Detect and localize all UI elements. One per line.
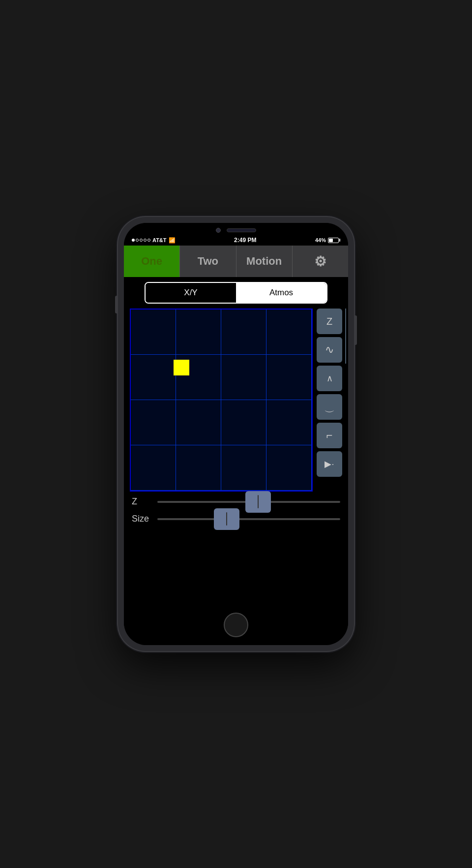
signal-dot-4 bbox=[144, 239, 147, 242]
signal-dots bbox=[132, 239, 150, 242]
grid-cell bbox=[266, 355, 312, 400]
z-slider-label: Z bbox=[132, 496, 151, 507]
up-button[interactable]: ∧ bbox=[317, 366, 342, 391]
z-slider-track[interactable] bbox=[157, 501, 340, 503]
sub-tab-atmos[interactable]: Atmos bbox=[236, 283, 326, 303]
corner-icon: ⌐ bbox=[326, 429, 333, 442]
size-slider-track[interactable] bbox=[157, 518, 340, 520]
camera-dot bbox=[216, 228, 221, 233]
status-time: 2:49 PM bbox=[234, 237, 256, 244]
main-content: X/Y Atmos bbox=[124, 277, 348, 608]
curve-icon: ∿ bbox=[325, 343, 334, 356]
sub-tab-bar: X/Y Atmos bbox=[145, 282, 327, 304]
grid-cell bbox=[176, 310, 221, 355]
grid-cell bbox=[176, 400, 221, 445]
status-right: 44% bbox=[315, 237, 340, 243]
battery-body bbox=[328, 238, 339, 243]
z-slider-thumb[interactable] bbox=[245, 491, 271, 513]
sidebar-buttons: Z ∿ ∧ ⌒ ⌐ ▶· bbox=[317, 309, 342, 477]
grid-cell bbox=[266, 400, 312, 445]
tab-one[interactable]: One bbox=[124, 246, 180, 277]
size-slider-row: Size bbox=[132, 514, 340, 524]
sliders-area: Z Size bbox=[130, 496, 342, 524]
z-button[interactable]: Z bbox=[317, 309, 342, 334]
grid-cell bbox=[221, 400, 266, 445]
grid-cell bbox=[266, 445, 312, 491]
grid-cell bbox=[221, 445, 266, 491]
phone-screen: AT&T 📶 2:49 PM 44% One Two bbox=[124, 223, 348, 645]
status-bar: AT&T 📶 2:49 PM 44% bbox=[124, 235, 348, 246]
grid-cell bbox=[131, 445, 176, 491]
sub-tab-xy[interactable]: X/Y bbox=[146, 283, 236, 303]
size-slider-label: Size bbox=[132, 514, 151, 524]
xy-grid[interactable] bbox=[130, 309, 313, 492]
camera-area bbox=[216, 228, 256, 233]
grid-cell bbox=[266, 310, 312, 355]
battery-fill bbox=[329, 239, 333, 242]
play-icon: ▶· bbox=[324, 459, 334, 469]
top-bar bbox=[124, 223, 348, 235]
tab-two[interactable]: Two bbox=[180, 246, 236, 277]
play-button[interactable]: ▶· bbox=[317, 451, 342, 477]
arc-button[interactable]: ⌒ bbox=[317, 394, 342, 420]
battery-pct-label: 44% bbox=[315, 237, 326, 243]
tab-settings[interactable]: ⚙ bbox=[293, 246, 348, 277]
signal-dot-1 bbox=[132, 239, 135, 242]
grid-cell bbox=[131, 310, 176, 355]
z-slider-row: Z bbox=[132, 496, 340, 507]
grid-cell bbox=[221, 355, 266, 400]
grid-cell bbox=[131, 400, 176, 445]
size-slider-thumb[interactable] bbox=[214, 508, 239, 530]
arc-icon: ⌒ bbox=[324, 400, 335, 414]
carrier-label: AT&T bbox=[152, 237, 167, 243]
speaker-grille bbox=[227, 228, 256, 232]
tab-bar: One Two Motion ⚙ bbox=[124, 246, 348, 277]
gear-icon: ⚙ bbox=[314, 253, 326, 270]
grid-lines bbox=[131, 310, 312, 491]
grid-cell bbox=[131, 355, 176, 400]
status-left: AT&T 📶 bbox=[132, 237, 176, 244]
signal-dot-3 bbox=[140, 239, 143, 242]
curve-button[interactable]: ∿ bbox=[317, 337, 342, 363]
tab-motion[interactable]: Motion bbox=[236, 246, 293, 277]
home-button-area bbox=[124, 608, 348, 645]
corner-button[interactable]: ⌐ bbox=[317, 423, 342, 448]
grid-cell bbox=[221, 310, 266, 355]
signal-dot-5 bbox=[148, 239, 150, 242]
signal-dot-2 bbox=[136, 239, 139, 242]
home-button[interactable] bbox=[224, 613, 248, 637]
grid-area-row: Z ∿ ∧ ⌒ ⌐ ▶· bbox=[130, 309, 342, 492]
grid-cell bbox=[176, 445, 221, 491]
wifi-icon: 📶 bbox=[169, 237, 176, 244]
position-dot bbox=[174, 360, 189, 375]
z-label: Z bbox=[326, 316, 332, 327]
battery-tip bbox=[339, 239, 340, 242]
battery-icon bbox=[328, 238, 340, 243]
phone-frame: AT&T 📶 2:49 PM 44% One Two bbox=[118, 217, 354, 651]
z-line bbox=[345, 309, 346, 364]
chevron-up-icon: ∧ bbox=[326, 373, 333, 384]
